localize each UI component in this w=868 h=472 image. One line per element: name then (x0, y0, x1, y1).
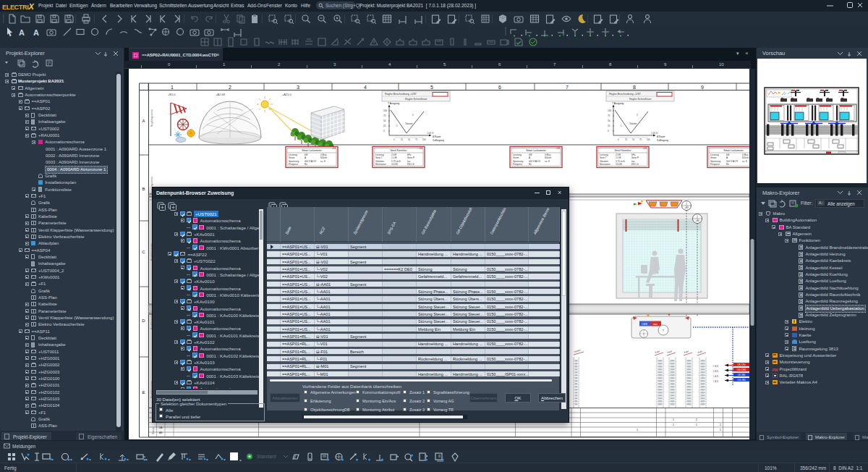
svg-text:600s/h: 600s/h (545, 156, 552, 159)
svg-text:Volumen: Volumen (600, 160, 608, 163)
svg-text:2: 2 (229, 85, 231, 90)
svg-text:Volumen: Volumen (375, 160, 384, 163)
svg-text:Spannung: Spannung (513, 160, 523, 163)
svg-text:75: 75 (639, 138, 642, 141)
svg-text:Δ Raum: Δ Raum (657, 135, 665, 138)
svg-text:E: E (142, 390, 145, 395)
svg-text:1.00 %: 1.00 % (427, 132, 434, 135)
svg-text:0 Max: 0 Max (742, 153, 749, 156)
svg-text:Spannung: Spannung (710, 160, 720, 163)
svg-text:X=Eingang: X=Eingang (433, 139, 444, 142)
svg-text:1: 1 (673, 418, 674, 421)
svg-text:CG 280: CG 280 (738, 379, 746, 382)
svg-text:X=Eingang: X=Eingang (657, 139, 668, 142)
svg-text:CWS: CWS (642, 323, 648, 326)
svg-text:25: 25 (625, 138, 628, 141)
svg-text:1: 1 (637, 429, 638, 431)
svg-text:Hz: Hz (305, 163, 307, 166)
svg-text:1: 1 (673, 423, 674, 426)
svg-text:1: 1 (720, 429, 721, 431)
svg-text:75: 75 (608, 114, 610, 117)
svg-text:2 kW: 2 kW (616, 153, 621, 156)
svg-text:2: 2 (720, 423, 721, 426)
svg-text:2 kW: 2 kW (391, 153, 396, 156)
svg-text:/ 4,5: / 4,5 (713, 380, 718, 383)
svg-text:Seite T: Seite T (375, 156, 383, 159)
svg-text:5: 5 (430, 85, 433, 90)
svg-text:2A: 2A (159, 426, 163, 429)
svg-text:CG CW0: CG CW0 (737, 368, 746, 371)
svg-text:+B6: +B6 (695, 219, 699, 222)
svg-text:/ 4,5: / 4,5 (713, 370, 718, 373)
svg-text:AE: AE (159, 431, 163, 434)
svg-text:100: 100 (647, 138, 650, 141)
svg-text:Hz: Hz (726, 163, 729, 166)
svg-text:Spannung: Spannung (289, 160, 299, 163)
svg-text:kPa: kPa (631, 153, 636, 156)
svg-text:Strom: Strom (513, 156, 519, 159)
svg-text:Leistung: Leistung (710, 153, 719, 156)
svg-text:Smart Luckometer: Smart Luckometer (526, 149, 547, 152)
svg-text:1.0 B: 1.0 B (616, 156, 621, 159)
svg-text:HWS: HWS (653, 323, 658, 326)
svg-text:DN 1.6: DN 1.6 (631, 163, 639, 166)
svg-text:Leistung: Leistung (513, 153, 522, 156)
svg-text:100: 100 (608, 109, 611, 112)
svg-text:kW: kW (529, 153, 532, 156)
svg-text:kPa: kPa (407, 153, 412, 156)
svg-text:A: A (142, 119, 145, 123)
svg-text:400 V AC/V: 400 V AC/V (305, 160, 317, 163)
svg-text:T Ausgang: T Ausgang (388, 102, 399, 105)
svg-text:Seite P: Seite P (407, 156, 414, 159)
svg-text:1.00 %: 1.00 % (651, 132, 658, 135)
svg-text:+B3: +B3 (556, 147, 561, 150)
svg-text:+B3: +B3 (332, 147, 336, 150)
svg-text:0 Max: 0 Max (320, 153, 327, 156)
svg-text:100: 100 (422, 138, 426, 141)
svg-text:ca. 8: ca. 8 (545, 160, 550, 163)
svg-text:+B3: +B3 (643, 147, 647, 150)
svg-text:50: 50 (608, 119, 610, 122)
svg-text:Regler Schnellstart: Regler Schnellstart (629, 98, 651, 101)
svg-text:Seite P: Seite P (631, 156, 639, 159)
svg-text:Totzone: Totzone (405, 122, 413, 125)
svg-text:2: 2 (696, 418, 697, 421)
svg-text:50: 50 (408, 138, 411, 141)
svg-text:50: 50 (632, 138, 635, 141)
svg-text:Frequenz: Frequenz (289, 163, 299, 166)
svg-text:25: 25 (383, 125, 386, 127)
svg-text:1: 1 (696, 423, 697, 426)
svg-text:600s/h: 600s/h (742, 156, 749, 159)
svg-text:B: B (142, 187, 145, 191)
svg-text:1.0 B: 1.0 B (391, 156, 396, 159)
svg-text:Nennweite: Nennweite (375, 163, 386, 166)
svg-text:CK 280: CK 280 (738, 374, 746, 376)
svg-text:Leistung: Leistung (600, 153, 608, 156)
svg-text:kW: kW (726, 153, 730, 156)
svg-text:Ventil Korrektur: Ventil Korrektur (390, 149, 407, 152)
svg-text:/ 4,5: / 4,5 (713, 375, 718, 378)
svg-text:75: 75 (383, 114, 386, 117)
svg-text:Strom: Strom (710, 156, 717, 159)
svg-text:Hz: Hz (529, 163, 532, 166)
svg-text:CK C90: CK C90 (737, 363, 745, 366)
svg-text:Nennweite: Nennweite (600, 163, 610, 166)
svg-text:50: 50 (383, 119, 386, 122)
svg-text:+B3: +B3 (419, 147, 423, 150)
svg-text:75: 75 (415, 138, 418, 141)
svg-text:Strom: Strom (289, 156, 295, 159)
svg-text:ca. 8: ca. 8 (320, 160, 326, 163)
svg-text:Regeldiagramme: Regeldiagramme (150, 109, 153, 127)
svg-text:7: 7 (566, 85, 569, 90)
svg-text:9: 9 (701, 85, 704, 90)
svg-text:0 Max: 0 Max (545, 153, 551, 156)
svg-text:600s/h: 600s/h (320, 156, 328, 159)
svg-text:5,75 m³/h: 5,75 m³/h (391, 160, 401, 163)
svg-text:5,75 m³/h: 5,75 m³/h (616, 160, 625, 163)
svg-text:l=a: l=a (631, 160, 634, 163)
svg-text:Standard: Standard (257, 454, 276, 459)
svg-text:Datum: Datum (152, 427, 155, 434)
svg-text:DN 1.6: DN 1.6 (407, 163, 414, 166)
svg-text:25: 25 (608, 125, 610, 127)
svg-text:Ventil Korrektur: Ventil Korrektur (614, 149, 631, 152)
